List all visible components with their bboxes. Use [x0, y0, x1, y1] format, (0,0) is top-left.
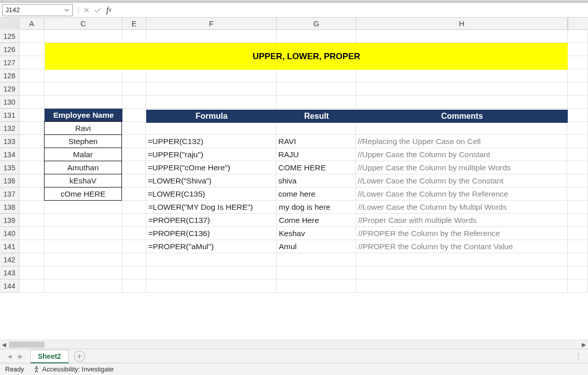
cell-C135[interactable]: Amuthan: [44, 161, 122, 174]
column-header-A[interactable]: A: [19, 18, 45, 29]
cell-F141[interactable]: =PROPER("aMul"): [146, 240, 277, 253]
tabs-options-icon[interactable]: ⋮: [569, 352, 588, 360]
cell-A142[interactable]: [19, 253, 45, 266]
column-header-blank[interactable]: [568, 18, 568, 29]
cell-A143[interactable]: [19, 266, 45, 279]
cell-H135[interactable]: //Upper Case the Column by multiple Word…: [356, 161, 567, 174]
cell-H134[interactable]: //Upper Case the Column by Constant: [356, 148, 567, 161]
cell-blank[interactable]: [567, 174, 588, 188]
cell-C141[interactable]: [45, 240, 122, 253]
row-header-125[interactable]: 125: [0, 30, 19, 43]
cell-C128[interactable]: [45, 69, 122, 82]
cell-F135[interactable]: =UPPER("cOme Here"): [146, 161, 276, 174]
cell-A130[interactable]: [19, 96, 45, 109]
cell-F136[interactable]: =LOWER("Shiva"): [146, 174, 276, 188]
column-header-C[interactable]: C: [45, 18, 122, 29]
cell-E139[interactable]: [122, 214, 146, 227]
row-header-141[interactable]: 141: [0, 240, 19, 253]
cell-blank[interactable]: [567, 161, 588, 174]
cell-E142[interactable]: [122, 253, 146, 266]
cell-F134[interactable]: =UPPER("raju"): [146, 148, 276, 161]
row-header-136[interactable]: 136: [0, 174, 19, 188]
cell-A125[interactable]: [19, 30, 45, 43]
cell-H141[interactable]: //PROPER the Column by the Contant Value: [356, 240, 568, 253]
column-header-G[interactable]: G: [277, 18, 356, 29]
cell-blank[interactable]: [568, 279, 588, 293]
cell-G137[interactable]: come here: [276, 188, 356, 201]
column-header-H[interactable]: H: [356, 18, 568, 29]
cell-F143[interactable]: [146, 266, 277, 279]
cell-A138[interactable]: [19, 201, 45, 214]
row-header-135[interactable]: 135: [0, 161, 19, 174]
row-header-144[interactable]: 144: [0, 279, 19, 293]
cell-C125[interactable]: [45, 30, 122, 43]
row-header-126[interactable]: 126: [0, 43, 19, 56]
cell-blank[interactable]: [567, 135, 588, 148]
accessibility-status[interactable]: Accessibility: Investigate: [32, 365, 114, 373]
confirm-formula-button[interactable]: [92, 4, 103, 16]
cell-C136[interactable]: kEshaV: [44, 174, 122, 188]
cell-blank[interactable]: [568, 201, 588, 214]
cell-H128[interactable]: [356, 69, 568, 82]
cell-F139[interactable]: =PROPER(C137): [146, 214, 277, 227]
cell-C129[interactable]: [45, 82, 122, 96]
cell-F138[interactable]: =LOWER("MY Dog Is HERE"): [146, 201, 277, 214]
cell-F144[interactable]: [146, 279, 277, 293]
cell-C142[interactable]: [45, 253, 122, 266]
cell-H138[interactable]: //Lower Case the Column by Multipl Words: [356, 201, 568, 214]
cell-F132[interactable]: [146, 122, 276, 135]
cell-C134[interactable]: Malar: [44, 148, 122, 161]
cell-blank[interactable]: [567, 148, 588, 161]
row-header-140[interactable]: 140: [0, 227, 19, 240]
cell-F142[interactable]: [146, 253, 277, 266]
cell-H133[interactable]: //Replacing the Upper Case on Cell: [356, 135, 567, 148]
cell-H139[interactable]: //Proper Case with multiple Words: [356, 214, 568, 227]
cell-C139[interactable]: [45, 214, 122, 227]
cell-C138[interactable]: [45, 201, 122, 214]
row-header-138[interactable]: 138: [0, 201, 19, 214]
cell-A127[interactable]: [19, 56, 45, 69]
name-box[interactable]: J142: [2, 4, 73, 16]
cell-blank[interactable]: [568, 96, 588, 109]
scroll-right-icon[interactable]: ►: [580, 341, 588, 349]
cell-E125[interactable]: [122, 30, 146, 43]
fx-button[interactable]: fx: [103, 4, 114, 16]
cell-blank[interactable]: [568, 82, 588, 96]
cell-A136[interactable]: [19, 174, 45, 188]
cell-C143[interactable]: [45, 266, 122, 279]
cell-E130[interactable]: [122, 96, 146, 109]
cell-E128[interactable]: [122, 69, 146, 82]
row-header-132[interactable]: 132: [0, 122, 19, 135]
cell-A134[interactable]: [19, 148, 45, 161]
cell-A144[interactable]: [19, 279, 45, 293]
cell-H125[interactable]: [356, 30, 568, 43]
cell-G143[interactable]: [277, 266, 356, 279]
cell-A133[interactable]: [19, 135, 45, 148]
cell-blank[interactable]: [568, 227, 588, 240]
formula-input[interactable]: [114, 4, 588, 16]
cell-F129[interactable]: [146, 82, 277, 96]
cell-A132[interactable]: [19, 122, 45, 135]
cell-F137[interactable]: =LOWER(C135): [146, 188, 276, 201]
cell-G138[interactable]: my dog is here: [277, 201, 356, 214]
row-header-131[interactable]: 131: [0, 109, 19, 122]
cell-G129[interactable]: [277, 82, 356, 96]
select-all-corner[interactable]: [0, 18, 19, 30]
cell-G130[interactable]: [277, 96, 356, 109]
cell-A140[interactable]: [19, 227, 45, 240]
row-header-133[interactable]: 133: [0, 135, 19, 148]
cell-G144[interactable]: [277, 279, 356, 293]
cell-H142[interactable]: [356, 253, 568, 266]
cell-blank[interactable]: [568, 240, 588, 253]
cell-A129[interactable]: [19, 82, 45, 96]
cell-A141[interactable]: [19, 240, 45, 253]
cell-E129[interactable]: [122, 82, 146, 96]
cell-G132[interactable]: [276, 122, 356, 135]
column-header-F[interactable]: F: [146, 18, 277, 29]
cell-E132[interactable]: [122, 122, 146, 135]
column-header-E[interactable]: E: [122, 18, 146, 29]
cell-A137[interactable]: [19, 188, 45, 201]
cell-F130[interactable]: [146, 96, 277, 109]
sheet-tab-active[interactable]: Sheet2: [30, 350, 69, 363]
chevron-down-icon[interactable]: [64, 6, 69, 14]
